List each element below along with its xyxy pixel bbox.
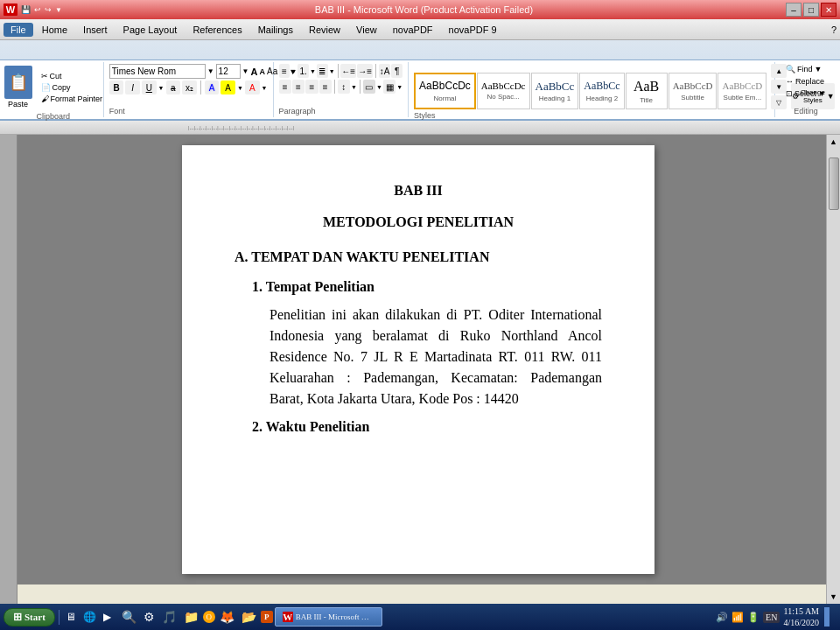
restore-button[interactable]: □: [803, 3, 819, 17]
style-nospace[interactable]: AaBbCcDc No Spac...: [477, 73, 530, 109]
shading-dropdown-icon[interactable]: ▼: [376, 84, 382, 90]
start-button[interactable]: ⊞ Start: [4, 608, 55, 626]
menu-view[interactable]: View: [349, 23, 384, 37]
cut-icon: ✂: [41, 72, 48, 80]
cut-button[interactable]: ✂Cut: [38, 71, 107, 81]
replace-button[interactable]: ↔ Replace: [782, 76, 828, 87]
quick-access-redo-icon[interactable]: ↪: [45, 5, 52, 14]
line-spacing-button[interactable]: ↕: [338, 80, 350, 94]
numbering-button[interactable]: 1.: [298, 64, 309, 78]
style-title[interactable]: AaB Title: [626, 73, 668, 109]
decrease-indent-button[interactable]: ←≡: [340, 64, 356, 78]
style-heading1[interactable]: AaBbCc Heading 1: [531, 73, 579, 109]
paste-button[interactable]: 📋 Paste: [1, 64, 36, 110]
taskbar-icon-2[interactable]: ⚙: [141, 609, 158, 626]
keyboard-icon[interactable]: EN: [763, 612, 780, 623]
subscript-button[interactable]: x₂: [182, 80, 197, 94]
strikethrough-button[interactable]: a: [166, 80, 181, 94]
taskbar-icon-1[interactable]: 🔍: [119, 609, 139, 626]
align-center-button[interactable]: ≡: [292, 80, 304, 94]
style-em[interactable]: AaBbCcD Subtle Em...: [718, 73, 766, 109]
font-name-dropdown-icon[interactable]: ▼: [207, 67, 214, 75]
menu-mailings[interactable]: Mailings: [251, 23, 300, 37]
font-name-input[interactable]: [109, 64, 206, 79]
style-subtitle[interactable]: AaBbCcD Subtitle: [668, 73, 718, 109]
find-button[interactable]: 🔍 Find▼: [782, 64, 825, 74]
word-taskbar-label: BAB III - Microsoft Word: [296, 612, 374, 621]
network-icon[interactable]: 🔊: [716, 612, 728, 623]
ribbon-group-clipboard: 📋 Paste ✂Cut 📄Copy 🖌Format Painter Clipb…: [4, 62, 104, 117]
scroll-up-button[interactable]: ▲: [827, 135, 840, 149]
shrink-font-icon[interactable]: A: [259, 67, 265, 76]
align-left-button[interactable]: ≡: [279, 80, 291, 94]
bold-button[interactable]: B: [109, 80, 124, 94]
taskbar-icon-4[interactable]: 📁: [181, 609, 201, 626]
multilevel-button[interactable]: ≣: [317, 64, 328, 78]
style-normal[interactable]: AaBbCcDc Normal: [414, 73, 476, 109]
style-heading2[interactable]: AaBbCc Heading 2: [579, 73, 624, 109]
show-desktop-button[interactable]: [824, 607, 830, 626]
borders-dropdown-icon[interactable]: ▼: [396, 84, 402, 90]
menu-references[interactable]: References: [186, 23, 248, 37]
line-spacing-dropdown-icon[interactable]: ▼: [351, 84, 357, 90]
scroll-thumb[interactable]: [829, 158, 839, 210]
highlight-button[interactable]: A: [220, 80, 235, 94]
style-nospace-preview: AaBbCcDc: [481, 81, 526, 91]
ie-icon[interactable]: 🌐: [80, 610, 99, 625]
menu-insert[interactable]: Insert: [76, 23, 115, 37]
help-icon[interactable]: ?: [831, 24, 836, 35]
taskbar-icon-ppt[interactable]: P: [261, 611, 273, 623]
numbering-dropdown-icon[interactable]: ▼: [310, 68, 316, 74]
increase-indent-button[interactable]: →≡: [357, 64, 373, 78]
shading-button[interactable]: ▭: [363, 80, 375, 94]
copy-button[interactable]: 📄Copy: [38, 82, 107, 93]
highlight-dropdown-icon[interactable]: ▼: [237, 85, 243, 91]
grow-font-icon[interactable]: A: [251, 66, 258, 77]
bullets-button[interactable]: ≡: [279, 64, 290, 78]
show-marks-button[interactable]: ¶: [391, 64, 402, 78]
underline-button[interactable]: U: [142, 80, 157, 94]
menu-page-layout[interactable]: Page Layout: [116, 23, 185, 37]
font-color-button[interactable]: A: [245, 80, 260, 94]
taskbar-icon-5[interactable]: O: [203, 611, 215, 623]
taskbar-icon-7[interactable]: 📂: [239, 609, 259, 626]
quick-access-save-icon[interactable]: 💾: [21, 5, 31, 14]
minimize-button[interactable]: –: [786, 3, 802, 17]
menu-novapdf[interactable]: novaPDF: [386, 23, 440, 37]
quick-access-undo-icon[interactable]: ↩: [34, 5, 41, 14]
vertical-scrollbar[interactable]: ▲ ▼: [826, 135, 840, 604]
clock-display[interactable]: 11:15 AM 4/16/2020: [783, 606, 819, 628]
quick-access-more-icon[interactable]: ▼: [55, 6, 62, 14]
justify-button[interactable]: ≡: [319, 80, 332, 94]
font-size-dropdown-icon[interactable]: ▼: [242, 67, 249, 75]
borders-button[interactable]: ▦: [383, 80, 396, 94]
taskbar-word-window[interactable]: W BAB III - Microsoft Word: [275, 607, 382, 626]
underline-dropdown-icon[interactable]: ▼: [158, 85, 164, 91]
align-right-button[interactable]: ≡: [305, 80, 318, 94]
select-icon: ⊡: [786, 89, 793, 98]
bullets-dropdown-icon[interactable]: ▼: [290, 68, 297, 74]
italic-button[interactable]: I: [125, 80, 140, 94]
scroll-down-button[interactable]: ▼: [827, 590, 840, 604]
sort-button[interactable]: ↕A: [379, 64, 391, 78]
taskbar-icon-3[interactable]: 🎵: [159, 609, 179, 626]
menu-file[interactable]: File: [4, 23, 33, 37]
battery-icon[interactable]: 🔋: [747, 612, 760, 623]
menu-review[interactable]: Review: [302, 23, 347, 37]
document-area[interactable]: BAB III METODOLOGI PENELITIAN A. TEMPAT …: [18, 135, 826, 584]
volume-icon[interactable]: 📶: [732, 612, 744, 623]
font-color-dropdown-icon[interactable]: ▼: [262, 85, 268, 91]
font-size-input[interactable]: [216, 64, 241, 79]
format-painter-button[interactable]: 🖌Format Painter: [38, 94, 107, 104]
select-button[interactable]: ⊡ Select▼: [782, 88, 830, 99]
show-desktop-icon[interactable]: 🖥: [63, 610, 79, 625]
menu-home[interactable]: Home: [35, 23, 74, 37]
style-title-preview: AaB: [634, 78, 659, 94]
ruler-marks: |...|...|...|...|...|...|...|...|...|...…: [188, 124, 294, 131]
menu-novapdf9[interactable]: novaPDF 9: [442, 23, 504, 37]
close-button[interactable]: ✕: [821, 3, 836, 17]
multilevel-dropdown-icon[interactable]: ▼: [329, 68, 335, 74]
taskbar-icon-6[interactable]: 🦊: [217, 609, 237, 626]
media-player-icon[interactable]: ▶: [101, 610, 114, 625]
text-effect-button[interactable]: A: [205, 80, 220, 94]
